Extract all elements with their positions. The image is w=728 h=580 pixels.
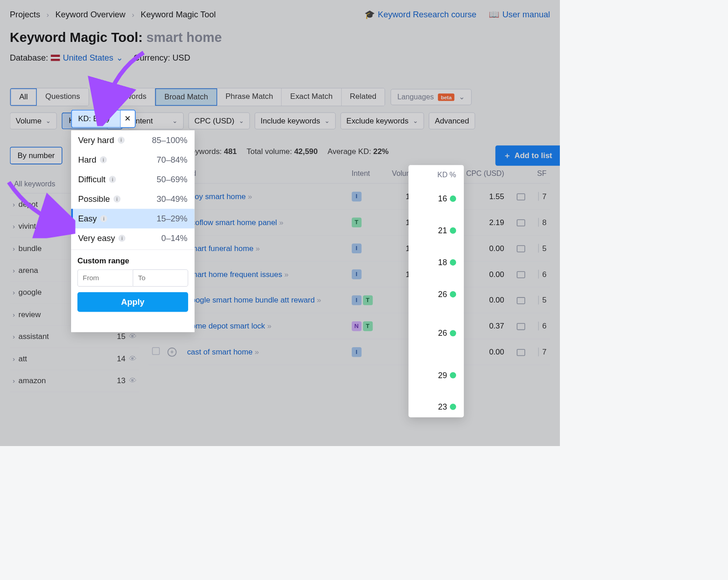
serp-icon[interactable] xyxy=(517,219,525,226)
keyword-link[interactable]: smart home frequent issues xyxy=(187,270,282,278)
crumb-overview[interactable]: Keyword Overview xyxy=(56,10,126,20)
col-sf[interactable]: SF xyxy=(528,164,550,183)
book-icon: 📖 xyxy=(489,10,499,20)
chevron-right-icon: › xyxy=(13,200,15,208)
table-row: + alloy smart home» I 1.3K 16 1.55 7 xyxy=(149,184,550,210)
intent-badge-I: I xyxy=(352,269,362,279)
kd-dot-icon xyxy=(450,372,456,379)
plus-icon: ＋ xyxy=(503,150,511,161)
eye-icon: 👁 xyxy=(129,332,137,341)
chevron-right-icon: › xyxy=(46,10,49,19)
sidebar-item-label: google xyxy=(19,288,42,297)
graduation-cap-icon: 🎓 xyxy=(364,10,375,20)
cell-sf: 5 xyxy=(538,296,547,304)
col-kd-spot[interactable]: KD % xyxy=(409,165,464,185)
kd-dot-icon xyxy=(450,404,456,410)
sidebar-item-count: 15 xyxy=(117,332,125,341)
link-user-manual[interactable]: 📖User manual xyxy=(489,10,550,20)
eye-icon: 👁 xyxy=(129,376,137,385)
sidebar-item-amazon[interactable]: ›amazon 13👁 xyxy=(10,370,140,392)
add-to-list-button[interactable]: ＋Add to list xyxy=(496,145,560,166)
sidebar-item-count: 13 xyxy=(117,376,125,385)
info-icon: i xyxy=(100,215,107,222)
kd-option-easy[interactable]: Easyi15–29% xyxy=(71,209,195,228)
serp-icon[interactable] xyxy=(517,271,525,278)
chevron-double-right-icon: » xyxy=(284,270,288,278)
keyword-link[interactable]: cast of smart home xyxy=(187,347,253,356)
kd-option-difficult[interactable]: Difficulti50–69% xyxy=(71,169,195,189)
filter-kd-spot[interactable]: KD: Easy xyxy=(71,110,120,128)
kd-dot-icon xyxy=(450,291,456,298)
sidebar-item-label: vivint xyxy=(19,222,36,231)
tab-exact-match[interactable]: Exact Match xyxy=(282,88,342,106)
add-keyword-icon[interactable]: + xyxy=(168,348,177,357)
info-icon: i xyxy=(113,195,120,202)
tab-broad-match[interactable]: Broad Match xyxy=(155,88,217,106)
keyword-link[interactable]: smart funeral home xyxy=(187,244,254,252)
kd-option-possible[interactable]: Possiblei30–49% xyxy=(71,189,195,209)
kd-option-label: Hard xyxy=(78,155,96,165)
serp-icon[interactable] xyxy=(517,323,525,330)
tab-all[interactable]: All xyxy=(10,88,37,106)
filter-intent[interactable]: Intent⌄ xyxy=(128,113,184,129)
chevron-down-icon: ⌄ xyxy=(459,93,465,101)
tab-phrase-match[interactable]: Phrase Match xyxy=(217,88,282,106)
kd-col-cell: 26 xyxy=(409,312,464,354)
kd-option-very-easy[interactable]: Very easyi0–14% xyxy=(71,228,195,248)
filter-exclude-keywords[interactable]: Exclude keywords⌄ xyxy=(340,113,424,129)
serp-icon[interactable] xyxy=(517,349,525,356)
keyword-link[interactable]: home depot smart lock xyxy=(187,322,265,330)
chevron-right-icon: › xyxy=(13,333,15,341)
kd-option-range: 0–14% xyxy=(161,233,187,243)
chevron-right-icon: › xyxy=(13,311,15,319)
chevron-double-right-icon: » xyxy=(248,192,252,200)
sidebar-item-label: depot xyxy=(19,200,38,209)
filter-include-keywords[interactable]: Include keywords⌄ xyxy=(255,113,336,129)
cell-sf: 7 xyxy=(538,192,547,200)
us-flag-icon xyxy=(51,55,60,61)
query-text: smart home xyxy=(146,30,222,45)
crumb-tool[interactable]: Keyword Magic Tool xyxy=(141,10,216,20)
serp-icon[interactable] xyxy=(517,193,525,200)
kd-option-range: 30–49% xyxy=(157,194,188,204)
link-research-course[interactable]: 🎓Keyword Research course xyxy=(364,10,477,20)
serp-icon[interactable] xyxy=(517,297,525,304)
kd-col-cell: 29 xyxy=(409,354,464,396)
serp-icon[interactable] xyxy=(517,245,525,252)
filter-advanced[interactable]: Advanced xyxy=(429,113,475,129)
kd-col-cell: 16 xyxy=(409,185,464,213)
info-icon: i xyxy=(100,156,107,163)
filter-volume[interactable]: Volume⌄ xyxy=(10,113,57,129)
languages-dropdown[interactable]: Languages beta ⌄ xyxy=(391,89,472,105)
kd-option-very-hard[interactable]: Very hardi85–100% xyxy=(71,130,195,150)
custom-range-to[interactable] xyxy=(133,269,188,287)
keywords-table: Keyword Intent Volume↓ KD % CPC (USD) SF… xyxy=(149,164,550,365)
col-intent[interactable]: Intent xyxy=(348,164,382,183)
chevron-double-right-icon: » xyxy=(317,296,321,304)
filter-kd-clear-spot[interactable]: ✕ xyxy=(120,110,136,128)
tab-all-keywords[interactable]: All keywords xyxy=(95,88,155,106)
sort-by-number[interactable]: By number xyxy=(10,147,63,164)
keyword-link[interactable]: google smart home bundle att reward xyxy=(187,296,315,304)
kd-option-hard[interactable]: Hardi70–84% xyxy=(71,150,195,169)
crumb-projects[interactable]: Projects xyxy=(10,10,41,20)
intent-badge-N: N xyxy=(352,321,362,331)
keyword-link[interactable]: alloy smart home xyxy=(187,192,246,200)
custom-range-from[interactable] xyxy=(77,269,133,287)
chevron-down-icon: ⌄ xyxy=(324,117,330,125)
keyword-link[interactable]: ecoflow smart home panel xyxy=(187,218,277,226)
row-checkbox[interactable] xyxy=(152,347,160,355)
sidebar-item-att[interactable]: ›att 14👁 xyxy=(10,348,140,370)
keyword-type-tabs: All Questions xyxy=(10,88,89,106)
chevron-right-icon: › xyxy=(13,355,15,363)
chevron-right-icon: › xyxy=(13,377,15,385)
database-selector[interactable]: Database: United States ⌄ xyxy=(10,53,123,63)
sidebar-item-label: review xyxy=(19,310,41,319)
apply-button[interactable]: Apply xyxy=(77,292,188,312)
kd-col-cell: 23 xyxy=(409,396,464,417)
intent-badge-I: I xyxy=(352,295,362,305)
tab-questions[interactable]: Questions xyxy=(37,88,88,106)
filter-cpc[interactable]: CPC (USD)⌄ xyxy=(189,113,250,129)
tab-related[interactable]: Related xyxy=(341,88,385,106)
chevron-right-icon: › xyxy=(13,267,15,275)
